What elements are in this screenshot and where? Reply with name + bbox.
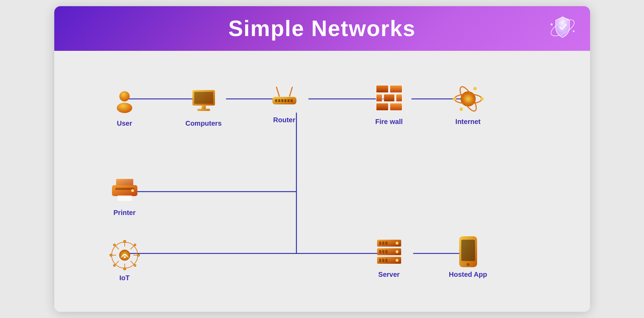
svg-point-59: [113, 244, 115, 246]
main-wrapper: Simple Networks: [54, 6, 590, 312]
svg-point-65: [113, 264, 115, 267]
svg-point-75: [396, 250, 398, 253]
header: Simple Networks: [54, 6, 590, 51]
svg-rect-78: [382, 259, 384, 262]
hostedapp-icon: [453, 236, 484, 267]
svg-rect-23: [278, 99, 280, 102]
server-icon: [374, 236, 405, 267]
svg-rect-32: [396, 94, 402, 102]
svg-rect-30: [376, 94, 382, 102]
svg-rect-42: [116, 179, 133, 186]
iot-label: IoT: [120, 274, 130, 282]
svg-point-38: [480, 97, 484, 101]
svg-point-1: [551, 23, 553, 25]
svg-point-40: [473, 87, 477, 90]
svg-point-63: [134, 244, 136, 246]
svg-line-19: [276, 87, 279, 96]
page-title: Simple Networks: [228, 16, 416, 41]
svg-line-62: [131, 246, 134, 249]
svg-rect-72: [379, 250, 381, 253]
svg-rect-28: [376, 85, 388, 93]
node-firewall: Fire wall: [367, 83, 411, 126]
hostedapp-label: Hosted App: [449, 271, 487, 279]
svg-rect-18: [197, 109, 210, 111]
svg-point-49: [124, 257, 125, 258]
svg-point-14: [117, 103, 132, 113]
svg-point-53: [123, 268, 126, 270]
svg-rect-24: [281, 99, 283, 102]
svg-rect-79: [385, 259, 387, 262]
svg-rect-77: [379, 259, 381, 262]
svg-rect-16: [194, 92, 213, 104]
node-printer: Printer: [102, 174, 147, 217]
svg-rect-44: [115, 188, 134, 190]
svg-point-3: [567, 19, 568, 20]
svg-rect-33: [376, 103, 388, 111]
svg-rect-74: [385, 250, 387, 253]
svg-point-41: [460, 107, 463, 111]
main-content: .conn-line { stroke: #2222aa; stroke-wid…: [54, 51, 590, 312]
printer-label: Printer: [113, 209, 135, 217]
svg-rect-25: [284, 99, 286, 102]
svg-point-39: [453, 97, 456, 101]
svg-point-57: [137, 254, 140, 257]
svg-point-80: [396, 259, 398, 262]
firewall-label: Fire wall: [375, 118, 403, 126]
node-hostedapp: Hosted App: [446, 236, 490, 279]
svg-point-83: [467, 263, 470, 266]
computer-icon: [188, 85, 219, 116]
svg-point-51: [123, 240, 126, 243]
svg-rect-82: [461, 240, 475, 261]
svg-rect-73: [382, 250, 384, 253]
node-router: Router: [262, 82, 307, 124]
server-label: Server: [378, 271, 399, 279]
svg-rect-22: [275, 99, 277, 102]
svg-line-60: [131, 261, 134, 264]
svg-rect-29: [390, 85, 402, 93]
internet-icon: [453, 83, 484, 114]
svg-point-46: [131, 189, 134, 192]
iot-icon: [109, 240, 140, 271]
svg-rect-69: [385, 241, 387, 245]
router-label: Router: [273, 116, 295, 124]
router-icon: [269, 82, 300, 113]
node-server: Server: [367, 236, 411, 279]
svg-rect-17: [201, 105, 205, 109]
shield-orbit-icon: [549, 14, 576, 42]
svg-rect-45: [117, 195, 132, 201]
node-iot: IoT: [102, 240, 147, 282]
internet-label: Internet: [455, 118, 481, 126]
node-internet: Internet: [446, 83, 490, 126]
svg-rect-68: [382, 241, 384, 245]
svg-rect-67: [379, 241, 381, 245]
svg-rect-27: [291, 99, 293, 102]
svg-point-13: [120, 91, 130, 101]
svg-line-20: [290, 87, 292, 96]
node-computer: Computers: [181, 85, 226, 127]
svg-rect-26: [287, 99, 290, 102]
svg-rect-31: [384, 94, 395, 102]
computer-label: Computers: [185, 120, 222, 127]
user-label: User: [117, 120, 132, 127]
printer-icon: [109, 174, 140, 205]
connections-svg: .conn-line { stroke: #2222aa; stroke-wid…: [75, 68, 569, 267]
svg-point-61: [134, 264, 136, 267]
svg-rect-34: [390, 103, 402, 111]
svg-line-58: [115, 246, 119, 249]
svg-line-64: [115, 261, 119, 264]
node-user: User: [102, 85, 147, 127]
svg-point-70: [396, 242, 398, 245]
network-diagram: .conn-line { stroke: #2222aa; stroke-wid…: [75, 68, 569, 267]
firewall-icon: [374, 83, 405, 114]
header-logo: [549, 14, 576, 43]
user-icon: [109, 85, 140, 116]
svg-point-2: [573, 31, 574, 32]
svg-point-55: [110, 254, 112, 257]
